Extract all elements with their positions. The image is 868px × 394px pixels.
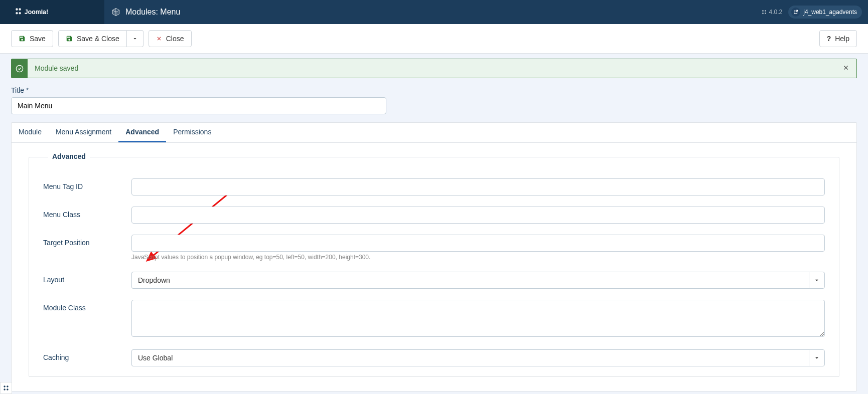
save-close-group: Save & Close — [58, 30, 143, 47]
external-link-icon — [791, 8, 800, 17]
label-module-class: Module Class — [43, 300, 131, 312]
success-alert: Module saved — [11, 59, 857, 78]
svg-text:Joomla!: Joomla! — [25, 9, 48, 16]
sidebar-toggle[interactable] — [0, 382, 12, 394]
row-menu-class: Menu Class — [43, 207, 825, 224]
input-menu-class[interactable] — [131, 207, 825, 224]
cube-icon — [111, 8, 120, 17]
chevron-down-icon — [809, 349, 825, 366]
close-icon — [842, 64, 849, 71]
select-caching[interactable]: Use Global — [131, 349, 825, 366]
save-close-button[interactable]: Save & Close — [58, 30, 127, 47]
label-layout: Layout — [43, 272, 131, 284]
label-menu-tag-id: Menu Tag ID — [43, 178, 131, 190]
row-caching: Caching Use Global — [43, 349, 825, 366]
svg-point-1 — [762, 10, 764, 12]
save-button[interactable]: Save — [11, 30, 53, 47]
help-target-position: JavaScript values to position a popup wi… — [131, 254, 825, 261]
top-header: Joomla! Modules: Menu 4.0.2 j4_web1_agad… — [0, 0, 868, 24]
svg-point-3 — [762, 13, 764, 14]
title-label: Title * — [11, 86, 857, 94]
chevron-down-icon — [809, 272, 825, 289]
panel-body: Advanced Menu Tag ID Menu Class Target P… — [12, 143, 856, 391]
select-layout[interactable]: Dropdown — [131, 272, 825, 289]
tab-module[interactable]: Module — [12, 123, 49, 142]
title-input[interactable] — [11, 97, 386, 114]
tab-advanced[interactable]: Advanced — [118, 123, 166, 142]
joomla-small-icon — [761, 9, 767, 15]
fieldset-legend: Advanced — [48, 152, 90, 160]
check-circle-icon — [12, 59, 28, 78]
user-badge[interactable]: j4_web1_agadvents — [788, 6, 862, 19]
svg-point-8 — [4, 385, 6, 387]
svg-point-2 — [765, 10, 766, 12]
label-target-position: Target Position — [43, 235, 131, 247]
title-field-row: Title * — [11, 86, 857, 114]
svg-point-11 — [7, 388, 9, 390]
header-title-section: Modules: Menu — [104, 8, 180, 17]
main-panel: Module Menu Assignment Advanced Permissi… — [11, 122, 857, 391]
svg-point-9 — [7, 385, 9, 387]
svg-point-5 — [16, 65, 23, 72]
joomla-logo-icon: Joomla! — [10, 7, 65, 17]
svg-point-4 — [765, 13, 766, 14]
svg-point-10 — [4, 388, 6, 390]
help-button[interactable]: ? Help — [819, 30, 857, 47]
close-button[interactable]: Close — [149, 30, 192, 47]
save-icon — [19, 35, 26, 42]
row-module-class: Module Class — [43, 300, 825, 338]
alert-message: Module saved — [28, 59, 835, 78]
content-area: Module saved Title * Module Menu Assignm… — [0, 54, 868, 394]
tab-permissions[interactable]: Permissions — [166, 123, 218, 142]
joomla-small-icon — [3, 384, 10, 391]
label-caching: Caching — [43, 349, 131, 361]
input-menu-tag-id[interactable] — [131, 178, 825, 195]
label-menu-class: Menu Class — [43, 207, 131, 219]
row-layout: Layout Dropdown — [43, 272, 825, 289]
row-target-position: Target Position JavaScript values to pos… — [43, 235, 825, 261]
alert-close-button[interactable] — [835, 59, 856, 78]
toolbar: Save Save & Close Close ? Help — [0, 24, 868, 54]
input-target-position[interactable] — [131, 235, 825, 252]
tabs: Module Menu Assignment Advanced Permissi… — [12, 123, 856, 143]
row-menu-tag-id: Menu Tag ID — [43, 178, 825, 195]
advanced-fieldset: Advanced Menu Tag ID Menu Class Target P… — [29, 157, 839, 377]
select-caching-value: Use Global — [131, 349, 809, 366]
brand-logo[interactable]: Joomla! — [0, 0, 104, 24]
select-layout-value: Dropdown — [131, 272, 809, 289]
close-icon — [156, 36, 162, 42]
chevron-down-icon — [132, 36, 138, 42]
page-title: Modules: Menu — [125, 8, 180, 17]
textarea-module-class[interactable] — [131, 300, 825, 337]
save-dropdown-button[interactable] — [127, 30, 143, 47]
tab-menu-assignment[interactable]: Menu Assignment — [49, 123, 118, 142]
header-right: 4.0.2 j4_web1_agadvents — [761, 6, 868, 19]
version-label: 4.0.2 — [761, 9, 783, 16]
user-name: j4_web1_agadvents — [803, 9, 857, 16]
help-icon: ? — [827, 35, 831, 43]
save-icon — [66, 35, 73, 42]
